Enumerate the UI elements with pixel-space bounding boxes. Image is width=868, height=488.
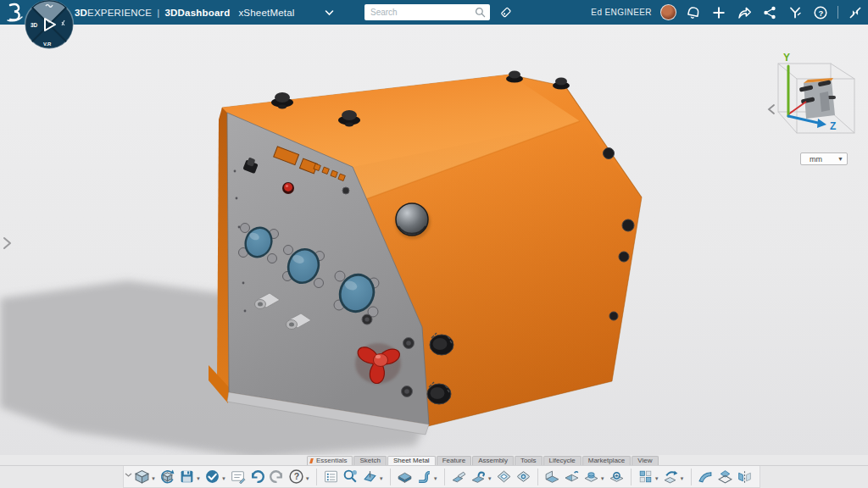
- title-pipe: |: [157, 8, 159, 18]
- web-button[interactable]: [396, 468, 414, 485]
- chevron-down-icon[interactable]: ▼: [680, 476, 685, 481]
- viewcube-collapse-chevron[interactable]: [769, 105, 774, 114]
- chevron-down-icon[interactable]: ▼: [196, 476, 201, 481]
- brand-experience: EXPERIENCE: [87, 8, 152, 18]
- search-tools-button[interactable]: [342, 468, 359, 485]
- toolbar-separator: [444, 469, 445, 485]
- chevron-down-icon: ▼: [837, 156, 843, 162]
- tab-sheet-metal[interactable]: Sheet Metal: [387, 456, 436, 465]
- tab-essentials[interactable]: Essentials: [307, 456, 353, 465]
- chevron-down-icon[interactable]: ▼: [151, 476, 156, 481]
- collapse-corners-icon[interactable]: [847, 4, 864, 21]
- add-icon[interactable]: [710, 4, 727, 21]
- header-divider: [837, 6, 838, 19]
- tab-tools[interactable]: Tools: [515, 456, 542, 465]
- design-tree-button[interactable]: [322, 468, 340, 485]
- axis-y-label[interactable]: Y: [783, 52, 790, 64]
- toolbar-separator: [631, 469, 632, 485]
- new-3d-part-button[interactable]: ▼: [133, 468, 157, 485]
- save-button[interactable]: ▼: [178, 468, 202, 485]
- 3d-viewport[interactable]: Y Z mm ▼: [0, 25, 868, 455]
- global-search: [364, 4, 490, 20]
- chevron-down-icon[interactable]: ▼: [221, 476, 226, 481]
- reference-plane-button[interactable]: ▼: [361, 468, 385, 485]
- red-star-knob[interactable]: [355, 343, 401, 384]
- undo-button[interactable]: [248, 468, 266, 485]
- chevron-down-icon[interactable]: [302, 0, 334, 28]
- help-button[interactable]: ?▼: [287, 468, 311, 485]
- svg-text:?: ?: [294, 471, 299, 481]
- collaborate-message-button[interactable]: [229, 468, 247, 485]
- corner-relief-button[interactable]: [515, 468, 532, 485]
- toolbar-separator: [390, 469, 391, 485]
- pattern-button[interactable]: ▼: [637, 468, 660, 485]
- share-network-icon[interactable]: [761, 4, 778, 21]
- mirror-button[interactable]: [736, 468, 754, 485]
- toolbar-collapse-chevron[interactable]: [125, 467, 132, 482]
- cut-out-button[interactable]: [495, 468, 513, 485]
- tab-lifecycle[interactable]: Lifecycle: [543, 456, 581, 465]
- 3d-model[interactable]: [0, 25, 868, 455]
- app-title: 3DEXPERIENCE|3DDashboardxSheetMetal: [75, 0, 334, 25]
- action-bar-tabs: EssentialsSketchSheet MetalFeatureAssemb…: [0, 455, 868, 465]
- flange-button[interactable]: ▼: [415, 468, 439, 485]
- search-input[interactable]: [364, 8, 475, 17]
- tear-drop-button[interactable]: ▼: [470, 468, 493, 485]
- unfold-button[interactable]: [563, 468, 581, 485]
- help-circle-icon[interactable]: ?: [812, 4, 829, 21]
- svg-text:?: ?: [819, 8, 824, 17]
- viewcube-part-thumbnail: [799, 78, 836, 119]
- tab-assembly[interactable]: Assembly: [472, 456, 514, 465]
- app-name: 3DDashboard: [164, 8, 230, 18]
- chevron-down-icon[interactable]: ▼: [654, 476, 659, 481]
- hem-button[interactable]: [450, 468, 468, 485]
- application-window: 3DEXPERIENCE|3DDashboardxSheetMetal Ed E…: [0, 0, 868, 488]
- chevron-down-icon[interactable]: ▼: [433, 476, 438, 481]
- open-content-button[interactable]: [159, 468, 176, 485]
- chevron-down-icon[interactable]: ▼: [305, 476, 310, 481]
- swept-flange-button[interactable]: [697, 468, 715, 485]
- bend-button[interactable]: [543, 468, 561, 485]
- 3dswym-icon[interactable]: [787, 4, 804, 21]
- compass-widget[interactable]: 3D V.R: [23, 0, 75, 55]
- chevron-down-icon[interactable]: ▼: [487, 476, 492, 481]
- tag-icon[interactable]: [497, 4, 514, 20]
- notification-bell-icon[interactable]: [685, 4, 702, 21]
- tab-sketch[interactable]: Sketch: [353, 456, 386, 465]
- top-bar: 3DEXPERIENCE|3DDashboardxSheetMetal Ed E…: [0, 0, 868, 25]
- circular-stamp-button[interactable]: [608, 468, 626, 485]
- tab-view[interactable]: View: [632, 456, 658, 465]
- user-name[interactable]: Ed ENGINEER: [591, 8, 652, 17]
- units-value: mm: [804, 155, 837, 164]
- fold-unfold-button[interactable]: ▼: [662, 468, 686, 485]
- context-name[interactable]: xSheetMetal: [238, 8, 294, 18]
- chevron-down-icon[interactable]: ▼: [600, 476, 605, 481]
- toolbar-separator: [316, 469, 317, 485]
- search-icon[interactable]: [475, 7, 490, 18]
- header-actions: Ed ENGINEER ?: [591, 0, 864, 25]
- compass-west-label[interactable]: 3D: [31, 22, 38, 28]
- panel-expand-chevron[interactable]: [1, 236, 14, 252]
- surface-stamp-button[interactable]: ▼: [582, 468, 606, 485]
- avatar[interactable]: [660, 4, 676, 20]
- view-cube[interactable]: Y Z: [757, 49, 867, 154]
- chevron-down-icon[interactable]: ▼: [379, 476, 384, 481]
- toolbar-separator: [691, 469, 692, 485]
- red-button[interactable]: [282, 182, 294, 194]
- brand-3d: 3D: [75, 8, 87, 18]
- action-bar: ▼▼▼?▼▼▼▼▼▼▼: [0, 465, 868, 488]
- redo-button[interactable]: [268, 468, 286, 485]
- axis-z-label[interactable]: Z: [830, 120, 836, 132]
- tab-marketplace[interactable]: Marketplace: [582, 456, 632, 465]
- update-button[interactable]: ▼: [203, 468, 227, 485]
- units-dropdown[interactable]: mm ▼: [800, 152, 848, 165]
- tab-feature[interactable]: Feature: [437, 456, 472, 465]
- stamp-button[interactable]: [716, 468, 734, 485]
- toolbar-separator: [537, 469, 538, 485]
- share-forward-icon[interactable]: [736, 4, 753, 21]
- toolbar-strip: ▼▼▼?▼▼▼▼▼▼▼: [123, 466, 760, 488]
- compass-south-label[interactable]: V.R: [43, 42, 52, 47]
